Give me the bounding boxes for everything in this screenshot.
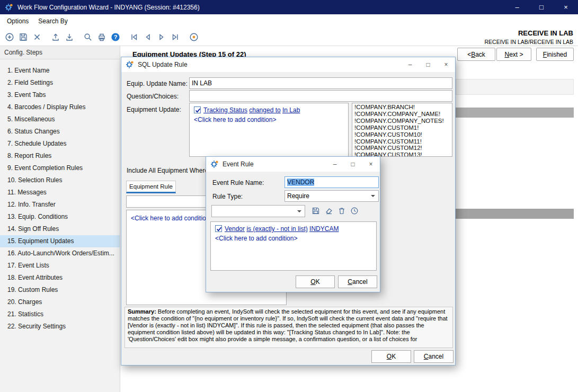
import-icon[interactable] xyxy=(63,30,76,44)
sidebar-item-miscellaneous[interactable]: 5. Miscellaneous xyxy=(0,113,120,126)
history-clock-icon[interactable] xyxy=(350,206,359,216)
close-icon: × xyxy=(564,3,568,11)
rule-operator-link[interactable]: is (exactly - not in list) xyxy=(246,225,307,233)
sidebar-item-custom-rules[interactable]: 19. Custom Rules xyxy=(0,284,120,296)
sidebar-item-event-attributes[interactable]: 18. Event Attributes xyxy=(0,272,120,284)
sidebar-item-field-settings[interactable]: 2. Field Settings xyxy=(0,77,120,89)
variable-item[interactable]: !COMPANY.CUSTOM1! xyxy=(354,124,450,131)
rule-enabled-checkbox[interactable] xyxy=(215,225,222,232)
sidebar-item-equipment-updates[interactable]: 15. Equipment Updates xyxy=(0,235,120,247)
summary-prefix: Summary: xyxy=(128,308,156,315)
maximize-icon: □ xyxy=(351,161,354,168)
sidebar-item-security-settings[interactable]: 22. Security Settings xyxy=(0,320,120,333)
maximize-button[interactable]: □ xyxy=(529,0,554,14)
sidebar-item-messages[interactable]: 11. Messages xyxy=(0,186,120,199)
equipment-update-panel: Tracking Status changed to In Lab <Click… xyxy=(189,103,349,157)
update-name-input[interactable]: IN LAB xyxy=(189,77,452,89)
variable-item[interactable]: !COMPANY.CUSTOM12! xyxy=(354,145,450,152)
delete-icon[interactable] xyxy=(30,30,44,44)
save-icon[interactable] xyxy=(16,30,30,44)
rule-value-link[interactable]: In Lab xyxy=(282,106,300,114)
help-icon[interactable]: ? xyxy=(109,30,122,44)
dialog-controls: – □ × xyxy=(401,57,455,72)
close-button[interactable]: × xyxy=(437,57,455,72)
tab-equipment-rule[interactable]: Equipment Rule xyxy=(126,181,176,193)
add-condition-link[interactable]: <Click here to add condition> xyxy=(131,215,213,222)
sidebar-item-status-changes[interactable]: 6. Status Changes xyxy=(0,126,120,138)
ok-button[interactable]: OK xyxy=(371,350,411,363)
variable-item[interactable]: !COMPANY.BRANCH! xyxy=(354,104,450,111)
add-icon[interactable] xyxy=(3,30,16,44)
previous-record-icon[interactable] xyxy=(141,30,155,44)
equipment-update-label: Equipment Update: xyxy=(127,106,181,113)
close-button[interactable]: × xyxy=(362,157,380,172)
trash-icon[interactable] xyxy=(337,206,346,216)
add-condition-link[interactable]: <Click here to add condition> xyxy=(215,235,297,242)
sidebar-item-selection-rules[interactable]: 10. Selection Rules xyxy=(0,174,120,186)
variable-item[interactable]: !COMPANY.CUSTOM10! xyxy=(354,131,450,138)
next-record-icon[interactable] xyxy=(155,30,168,44)
search-icon[interactable] xyxy=(81,30,95,44)
sidebar-item-report-rules[interactable]: 8. Report Rules xyxy=(0,150,120,162)
variable-item[interactable]: !COMPANY.CUSTOM11! xyxy=(354,138,450,145)
sidebar-item-event-name[interactable]: 1. Event Name xyxy=(0,65,120,77)
save-icon[interactable] xyxy=(311,206,321,216)
variable-item[interactable]: !COMPANY.COMPANY_NAME! xyxy=(354,111,450,118)
next-button[interactable]: Next > xyxy=(496,48,531,61)
eraser-icon[interactable] xyxy=(324,206,334,216)
maximize-button[interactable]: □ xyxy=(419,57,437,72)
dialog-titlebar: SQL Update Rule – □ × xyxy=(121,57,455,72)
minimize-button[interactable]: – xyxy=(326,157,344,172)
print-icon[interactable] xyxy=(95,30,109,44)
sidebar-item-sign-off-rules[interactable]: 14. Sign Off Rules xyxy=(0,223,120,235)
sidebar-item-equip-conditions[interactable]: 13. Equip. Conditions xyxy=(0,211,120,223)
rule-field-link[interactable]: Tracking Status xyxy=(203,106,247,114)
sidebar-item-info-transfer[interactable]: 12. Info. Transfer xyxy=(0,199,120,211)
close-button[interactable]: × xyxy=(554,0,578,14)
sidebar-header: Config. Steps xyxy=(0,46,120,59)
minimize-button[interactable]: – xyxy=(401,57,419,72)
add-condition-link[interactable]: <Click here to add condition> xyxy=(194,116,276,123)
button-label: ancel xyxy=(428,353,443,360)
ok-button[interactable]: OK xyxy=(296,275,335,288)
first-record-icon[interactable] xyxy=(127,30,141,44)
minimize-icon: – xyxy=(408,61,412,68)
variable-item[interactable]: !COMPANY.COMPANY_NOTES! xyxy=(354,118,450,124)
cancel-button[interactable]: Cancel xyxy=(338,275,377,288)
sidebar-item-statistics[interactable]: 21. Statistics xyxy=(0,308,120,320)
saved-rule-combo[interactable] xyxy=(211,205,305,217)
sidebar-item-auto-launch-work-orders[interactable]: 16. Auto-Launch/Work Orders/Estim... xyxy=(0,247,120,260)
minimize-button[interactable]: – xyxy=(505,0,529,14)
close-icon: × xyxy=(444,61,448,68)
export-icon[interactable] xyxy=(49,30,63,44)
last-record-icon[interactable] xyxy=(168,30,182,44)
question-choices-input[interactable] xyxy=(189,90,452,102)
event-rule-name-label: Event Rule Name: xyxy=(212,179,264,186)
maximize-icon: □ xyxy=(539,3,544,11)
sidebar-item-event-completion-rules[interactable]: 9. Event Completion Rules xyxy=(0,162,120,174)
menu-search-by[interactable]: Search By xyxy=(33,15,72,27)
menu-options[interactable]: Options xyxy=(2,15,33,27)
maximize-button[interactable]: □ xyxy=(344,157,362,172)
finished-button[interactable]: Finished xyxy=(536,48,574,61)
rule-field-link[interactable]: Vendor xyxy=(225,225,245,233)
back-button[interactable]: < Back xyxy=(457,48,495,61)
cancel-button[interactable]: Cancel xyxy=(414,350,453,363)
add-condition-line: <Click here to add condition> xyxy=(211,233,376,242)
sync-icon[interactable] xyxy=(187,30,201,44)
sidebar-item-event-lists[interactable]: 17. Event Lists xyxy=(0,260,120,272)
rule-value-link[interactable]: INDYCAM xyxy=(309,225,339,233)
event-rule-name-input[interactable]: VENDOR xyxy=(284,176,379,188)
rule-type-value: Require xyxy=(287,192,309,200)
sidebar-item-schedule-updates[interactable]: 7. Schedule Updates xyxy=(0,138,120,150)
rule-operator-link[interactable]: changed to xyxy=(249,106,280,114)
sidebar-item-charges[interactable]: 20. Charges xyxy=(0,296,120,308)
sidebar-item-barcodes-display-rules[interactable]: 4. Barcodes / Display Rules xyxy=(0,101,120,113)
window-title: Work Flow Configuration Wizard - INDYANG… xyxy=(17,4,200,11)
summary-box: Summary: Before completing an event, Ind… xyxy=(125,307,453,348)
rule-type-select[interactable]: Require xyxy=(284,190,379,202)
sidebar-item-event-tabs[interactable]: 3. Event Tabs xyxy=(0,89,120,101)
background-grid-row xyxy=(456,79,574,95)
window-titlebar: Work Flow Configuration Wizard - INDYANG… xyxy=(0,0,578,14)
rule-enabled-checkbox[interactable] xyxy=(194,106,201,113)
